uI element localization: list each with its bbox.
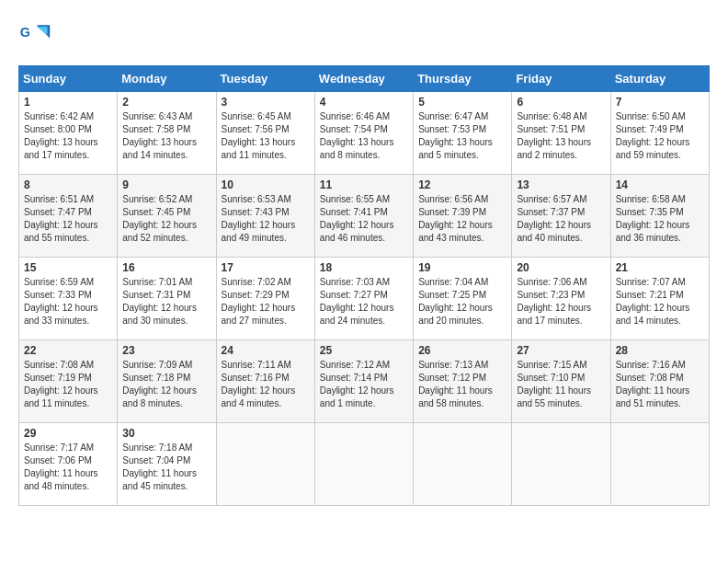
calendar-cell: 17 Sunrise: 7:02 AM Sunset: 7:29 PM Dayl… — [216, 258, 314, 340]
cell-info: Sunrise: 7:15 AM Sunset: 7:10 PM Dayligh… — [517, 359, 605, 410]
day-number: 12 — [418, 178, 506, 191]
cell-info: Sunrise: 7:09 AM Sunset: 7:18 PM Dayligh… — [122, 359, 210, 410]
header-day: Saturday — [610, 66, 709, 92]
calendar-cell — [414, 423, 512, 506]
cell-info: Sunrise: 6:45 AM Sunset: 7:56 PM Dayligh… — [222, 110, 310, 162]
day-number: 14 — [616, 178, 704, 191]
header-day: Friday — [512, 66, 610, 92]
cell-info: Sunrise: 7:07 AM Sunset: 7:21 PM Dayligh… — [616, 276, 704, 327]
day-number: 7 — [616, 96, 704, 109]
cell-info: Sunrise: 7:18 AM Sunset: 7:04 PM Dayligh… — [122, 442, 210, 493]
cell-info: Sunrise: 7:03 AM Sunset: 7:27 PM Dayligh… — [320, 276, 408, 327]
calendar-cell: 5 Sunrise: 6:47 AM Sunset: 7:53 PM Dayli… — [414, 92, 512, 175]
calendar-cell: 6 Sunrise: 6:48 AM Sunset: 7:51 PM Dayli… — [512, 92, 610, 175]
day-number: 4 — [320, 96, 408, 109]
cell-info: Sunrise: 7:16 AM Sunset: 7:08 PM Dayligh… — [616, 359, 704, 410]
day-number: 10 — [222, 178, 310, 191]
day-number: 30 — [122, 427, 210, 440]
cell-info: Sunrise: 6:58 AM Sunset: 7:35 PM Dayligh… — [616, 193, 704, 245]
calendar-cell: 21 Sunrise: 7:07 AM Sunset: 7:21 PM Dayl… — [610, 258, 709, 340]
day-number: 1 — [24, 96, 112, 109]
cell-info: Sunrise: 7:12 AM Sunset: 7:14 PM Dayligh… — [320, 359, 408, 410]
day-number: 22 — [24, 344, 112, 357]
day-number: 6 — [517, 96, 605, 109]
calendar-cell: 2 Sunrise: 6:43 AM Sunset: 7:58 PM Dayli… — [118, 92, 216, 175]
calendar-cell: 9 Sunrise: 6:52 AM Sunset: 7:45 PM Dayli… — [118, 175, 216, 258]
day-number: 2 — [122, 96, 210, 109]
cell-info: Sunrise: 6:59 AM Sunset: 7:33 PM Dayligh… — [24, 276, 112, 327]
calendar-cell: 1 Sunrise: 6:42 AM Sunset: 8:00 PM Dayli… — [19, 92, 118, 175]
day-number: 27 — [517, 344, 605, 357]
header-day: Sunday — [19, 66, 118, 92]
day-number: 20 — [517, 261, 605, 274]
day-number: 29 — [24, 427, 112, 440]
svg-text:G: G — [20, 25, 30, 40]
cell-info: Sunrise: 6:46 AM Sunset: 7:54 PM Dayligh… — [320, 110, 408, 162]
cell-info: Sunrise: 7:08 AM Sunset: 7:19 PM Dayligh… — [24, 359, 112, 410]
cell-info: Sunrise: 6:42 AM Sunset: 8:00 PM Dayligh… — [24, 110, 112, 162]
header-day: Wednesday — [314, 66, 413, 92]
cell-info: Sunrise: 6:57 AM Sunset: 7:37 PM Dayligh… — [517, 193, 605, 245]
calendar-cell: 15 Sunrise: 6:59 AM Sunset: 7:33 PM Dayl… — [19, 258, 118, 340]
calendar-body: 1 Sunrise: 6:42 AM Sunset: 8:00 PM Dayli… — [19, 92, 710, 506]
day-number: 9 — [122, 178, 210, 191]
calendar-cell: 30 Sunrise: 7:18 AM Sunset: 7:04 PM Dayl… — [118, 423, 216, 506]
header-day: Tuesday — [216, 66, 314, 92]
logo: G — [18, 18, 57, 52]
day-number: 24 — [222, 344, 310, 357]
calendar-cell: 12 Sunrise: 6:56 AM Sunset: 7:39 PM Dayl… — [414, 175, 512, 258]
calendar-cell: 13 Sunrise: 6:57 AM Sunset: 7:37 PM Dayl… — [512, 175, 610, 258]
calendar-cell: 20 Sunrise: 7:06 AM Sunset: 7:23 PM Dayl… — [512, 258, 610, 340]
calendar-cell: 23 Sunrise: 7:09 AM Sunset: 7:18 PM Dayl… — [118, 340, 216, 423]
calendar-cell: 25 Sunrise: 7:12 AM Sunset: 7:14 PM Dayl… — [314, 340, 413, 423]
calendar-cell: 19 Sunrise: 7:04 AM Sunset: 7:25 PM Dayl… — [414, 258, 512, 340]
calendar-week-row: 1 Sunrise: 6:42 AM Sunset: 8:00 PM Dayli… — [19, 92, 710, 175]
cell-info: Sunrise: 7:13 AM Sunset: 7:12 PM Dayligh… — [418, 359, 506, 410]
calendar-cell: 10 Sunrise: 6:53 AM Sunset: 7:43 PM Dayl… — [216, 175, 314, 258]
calendar-week-row: 8 Sunrise: 6:51 AM Sunset: 7:47 PM Dayli… — [19, 175, 710, 258]
cell-info: Sunrise: 7:02 AM Sunset: 7:29 PM Dayligh… — [222, 276, 310, 327]
calendar-table: SundayMondayTuesdayWednesdayThursdayFrid… — [18, 65, 710, 506]
calendar-cell: 28 Sunrise: 7:16 AM Sunset: 7:08 PM Dayl… — [610, 340, 709, 423]
cell-info: Sunrise: 6:48 AM Sunset: 7:51 PM Dayligh… — [517, 110, 605, 162]
day-number: 11 — [320, 178, 408, 191]
calendar-cell — [216, 423, 314, 506]
cell-info: Sunrise: 7:01 AM Sunset: 7:31 PM Dayligh… — [122, 276, 210, 327]
logo-icon: G — [18, 18, 51, 52]
day-number: 18 — [320, 261, 408, 274]
day-number: 26 — [418, 344, 506, 357]
day-number: 8 — [24, 178, 112, 191]
cell-info: Sunrise: 6:52 AM Sunset: 7:45 PM Dayligh… — [122, 193, 210, 245]
cell-info: Sunrise: 7:06 AM Sunset: 7:23 PM Dayligh… — [517, 276, 605, 327]
calendar-cell: 22 Sunrise: 7:08 AM Sunset: 7:19 PM Dayl… — [19, 340, 118, 423]
calendar-cell: 8 Sunrise: 6:51 AM Sunset: 7:47 PM Dayli… — [19, 175, 118, 258]
calendar-cell: 4 Sunrise: 6:46 AM Sunset: 7:54 PM Dayli… — [314, 92, 413, 175]
calendar-cell — [610, 423, 709, 506]
calendar-cell: 29 Sunrise: 7:17 AM Sunset: 7:06 PM Dayl… — [19, 423, 118, 506]
day-number: 19 — [418, 261, 506, 274]
header-day: Monday — [118, 66, 216, 92]
calendar-cell — [314, 423, 413, 506]
calendar-cell: 7 Sunrise: 6:50 AM Sunset: 7:49 PM Dayli… — [610, 92, 709, 175]
cell-info: Sunrise: 6:55 AM Sunset: 7:41 PM Dayligh… — [320, 193, 408, 245]
cell-info: Sunrise: 6:47 AM Sunset: 7:53 PM Dayligh… — [418, 110, 506, 162]
day-number: 17 — [222, 261, 310, 274]
calendar-cell — [512, 423, 610, 506]
day-number: 28 — [616, 344, 704, 357]
calendar-week-row: 15 Sunrise: 6:59 AM Sunset: 7:33 PM Dayl… — [19, 258, 710, 340]
calendar-cell: 26 Sunrise: 7:13 AM Sunset: 7:12 PM Dayl… — [414, 340, 512, 423]
day-number: 3 — [222, 96, 310, 109]
calendar-header: SundayMondayTuesdayWednesdayThursdayFrid… — [19, 66, 710, 92]
cell-info: Sunrise: 7:17 AM Sunset: 7:06 PM Dayligh… — [24, 442, 112, 493]
calendar-week-row: 29 Sunrise: 7:17 AM Sunset: 7:06 PM Dayl… — [19, 423, 710, 506]
calendar-cell: 24 Sunrise: 7:11 AM Sunset: 7:16 PM Dayl… — [216, 340, 314, 423]
day-number: 23 — [122, 344, 210, 357]
day-number: 15 — [24, 261, 112, 274]
calendar-week-row: 22 Sunrise: 7:08 AM Sunset: 7:19 PM Dayl… — [19, 340, 710, 423]
header-row: SundayMondayTuesdayWednesdayThursdayFrid… — [19, 66, 710, 92]
cell-info: Sunrise: 6:50 AM Sunset: 7:49 PM Dayligh… — [616, 110, 704, 162]
calendar-cell: 14 Sunrise: 6:58 AM Sunset: 7:35 PM Dayl… — [610, 175, 709, 258]
calendar-cell: 3 Sunrise: 6:45 AM Sunset: 7:56 PM Dayli… — [216, 92, 314, 175]
day-number: 5 — [418, 96, 506, 109]
cell-info: Sunrise: 6:51 AM Sunset: 7:47 PM Dayligh… — [24, 193, 112, 245]
